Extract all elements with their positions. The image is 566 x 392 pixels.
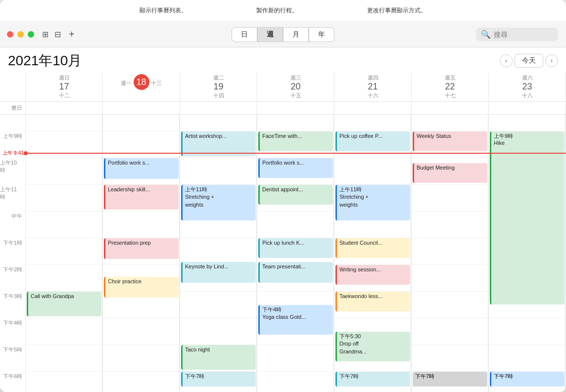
search-input[interactable] bbox=[494, 31, 553, 39]
header-sat: 週六 23 十八 bbox=[489, 72, 566, 101]
view-day-button[interactable]: 日 bbox=[232, 27, 257, 42]
wed-8 bbox=[257, 115, 334, 131]
calendar-list-icon[interactable]: ⊞ bbox=[42, 30, 48, 39]
today-button[interactable]: 今天 bbox=[515, 54, 543, 68]
tue-8 bbox=[180, 115, 257, 131]
event-fri-7pm[interactable]: 下午7時 bbox=[413, 372, 487, 387]
header-tue: 週二 19 十四 bbox=[180, 72, 257, 101]
tue-1 bbox=[180, 238, 257, 265]
week-container: 週日 17 十二 週一 18 十三 週二 19 十四 週三 20 十五 週四 2 bbox=[0, 72, 566, 392]
allday-tue bbox=[180, 102, 257, 114]
sun-11 bbox=[26, 185, 102, 212]
event-weekly-status[interactable]: Weekly Status bbox=[413, 131, 487, 151]
allday-wed bbox=[257, 102, 334, 114]
event-writing-session[interactable]: Writing session... bbox=[335, 265, 410, 285]
event-budget-meeting[interactable]: Budget Meeting bbox=[413, 163, 487, 183]
event-taco-night[interactable]: Taco night bbox=[181, 345, 256, 370]
event-artist-workshop[interactable]: Artist workshop... bbox=[181, 131, 256, 156]
time-6pm: 下午6時 bbox=[0, 372, 26, 392]
sat-8 bbox=[489, 115, 566, 131]
mon-noon bbox=[103, 212, 180, 238]
sat-5 bbox=[489, 345, 566, 372]
time-labels: 上午8時 上午9時 上午10時 上午11時 中午 下午1時 下午2時 下午3時 … bbox=[0, 115, 26, 392]
prev-button[interactable]: ‹ bbox=[500, 54, 513, 67]
event-pickup-coffee[interactable]: Pick up coffee P... bbox=[335, 131, 410, 151]
fri-4 bbox=[412, 318, 488, 345]
mon-4 bbox=[103, 318, 180, 345]
next-button[interactable]: › bbox=[545, 54, 558, 67]
wed-6 bbox=[257, 372, 334, 392]
event-portfolio-mon[interactable]: Portfolio work s... bbox=[104, 158, 179, 179]
time-noon: 中午 bbox=[0, 212, 26, 238]
add-event-button[interactable]: + bbox=[69, 29, 75, 40]
event-choir[interactable]: Choir practice bbox=[104, 277, 179, 298]
event-stretching-thu[interactable]: 上午11時Stretching +weights bbox=[335, 185, 410, 220]
fri-5 bbox=[412, 345, 488, 372]
search-bar[interactable]: 🔍 bbox=[476, 28, 558, 41]
event-sat-7pm[interactable]: 下午7時 bbox=[490, 372, 565, 387]
fri-2 bbox=[412, 265, 488, 292]
event-dropoff-grandma[interactable]: 下午5:30Drop offGrandma... bbox=[335, 332, 410, 361]
fri-11 bbox=[412, 185, 488, 212]
event-taekwondo[interactable]: Taekwondo less... bbox=[335, 292, 410, 311]
mon-5 bbox=[103, 345, 180, 372]
calendar-header: 2021年10月 ‹ 今天 › bbox=[0, 47, 566, 72]
event-tue-7pm[interactable]: 下午7時 bbox=[181, 372, 256, 387]
event-dentist[interactable]: Dentist appoint... bbox=[258, 185, 333, 205]
sat-4 bbox=[489, 318, 566, 345]
event-hike[interactable]: 上午9時Hike bbox=[490, 131, 565, 305]
calendar-window: 顯示行事曆列表。 製作新的行程。 更改行事曆顯示方式。 ⊞ ⊟ + 日 週 月 … bbox=[0, 0, 566, 392]
event-team-presentation[interactable]: Team presentati... bbox=[258, 262, 333, 283]
scrollable-body[interactable]: 上午8時 上午9時 上午10時 上午11時 中午 下午1時 下午2時 下午3時 … bbox=[0, 115, 566, 392]
event-thu-7pm[interactable]: 下午7時 bbox=[335, 372, 410, 387]
event-portfolio-wed[interactable]: Portfolio work s... bbox=[258, 158, 333, 178]
thu-10 bbox=[334, 158, 411, 185]
event-call-grandpa[interactable]: Call with Grandpa bbox=[27, 292, 101, 316]
event-facetime[interactable]: FaceTime with... bbox=[258, 131, 333, 151]
time-4pm: 下午4時 bbox=[0, 318, 26, 345]
event-yoga[interactable]: 下午4時Yoga class Gold... bbox=[258, 305, 333, 335]
inbox-icon[interactable]: ⊟ bbox=[54, 30, 61, 39]
sun-6 bbox=[26, 372, 102, 392]
minimize-button[interactable] bbox=[17, 31, 24, 38]
sun-9 bbox=[26, 131, 102, 158]
close-button[interactable] bbox=[7, 31, 13, 38]
col-mon: Portfolio work s... Leadership skill... … bbox=[103, 115, 180, 392]
view-year-button[interactable]: 年 bbox=[309, 27, 334, 42]
event-student-council[interactable]: Student Council... bbox=[335, 238, 410, 258]
header-sun: 週日 17 十二 bbox=[26, 72, 103, 101]
fri-noon bbox=[412, 212, 488, 238]
toolbar-icons: ⊞ ⊟ + bbox=[42, 29, 75, 40]
event-stretching-tue[interactable]: 上午11時Stretching +weights bbox=[181, 185, 256, 220]
fullscreen-button[interactable] bbox=[28, 31, 34, 38]
tooltip-change-view: 更改行事曆顯示方式。 bbox=[367, 6, 426, 15]
sun-2 bbox=[26, 265, 102, 292]
time-10am: 上午10時 bbox=[0, 158, 26, 185]
time-3pm: 下午3時 bbox=[0, 292, 26, 318]
header-thu: 週四 21 十六 bbox=[334, 72, 412, 101]
tooltip-area: 顯示行事曆列表。 製作新的行程。 更改行事曆顯示方式。 bbox=[0, 0, 566, 22]
header-fri: 週五 22 十七 bbox=[412, 72, 489, 101]
fri-8 bbox=[412, 115, 488, 131]
allday-mon bbox=[103, 102, 180, 114]
col-fri: Weekly Status Budget Meeting 下午7時 bbox=[412, 115, 489, 392]
col-thu: Pick up coffee P... 上午11時Stretching +wei… bbox=[334, 115, 412, 392]
allday-fri bbox=[412, 102, 489, 114]
sun-4 bbox=[26, 318, 102, 345]
thu-8 bbox=[334, 115, 411, 131]
event-presentation-prep[interactable]: Presentation prep bbox=[104, 238, 179, 259]
search-icon: 🔍 bbox=[481, 30, 491, 39]
view-switcher: 日 週 月 年 bbox=[232, 27, 334, 42]
view-month-button[interactable]: 月 bbox=[283, 27, 309, 42]
mon-8 bbox=[103, 115, 180, 131]
col-sat: 上午9時Hike 下午7時 bbox=[489, 115, 566, 392]
event-keynote[interactable]: Keynote by Lind... bbox=[181, 262, 256, 283]
wed-5 bbox=[257, 345, 334, 372]
event-pickup-lunch[interactable]: Pick up lunch K... bbox=[258, 238, 333, 258]
mon-6 bbox=[103, 372, 180, 392]
time-11am: 上午11時 bbox=[0, 185, 26, 212]
mon-9 bbox=[103, 131, 180, 158]
view-week-button[interactable]: 週 bbox=[257, 27, 283, 42]
tue-4 bbox=[180, 318, 257, 345]
event-leadership[interactable]: Leadership skill... bbox=[104, 185, 179, 210]
